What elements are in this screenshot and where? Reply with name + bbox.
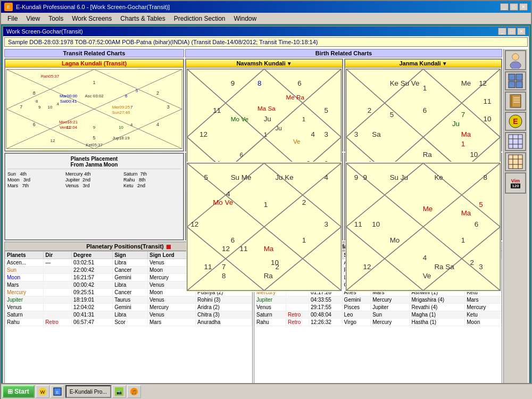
start-button[interactable]: ⊞ Start bbox=[2, 385, 35, 398]
navamsh-transit-dropdown[interactable]: ▼ bbox=[287, 61, 292, 66]
svg-text:1: 1 bbox=[93, 80, 96, 85]
svg-text:9: 9 bbox=[354, 173, 358, 181]
birth-cell-2: 00:48:04 bbox=[309, 311, 342, 319]
transit-cell-3: Libra bbox=[113, 311, 148, 319]
svg-text:2: 2 bbox=[302, 198, 306, 206]
birth-cell-0: Venus bbox=[255, 304, 286, 311]
svg-rect-157 bbox=[510, 95, 512, 107]
menu-view[interactable]: View bbox=[22, 14, 44, 23]
navamsh-birth-box: Navamsh Kundali ▼ bbox=[344, 153, 502, 240]
birth-cell-3: Pisces bbox=[342, 304, 371, 311]
svg-text:Ju: Ju bbox=[452, 120, 460, 128]
grid-button-2[interactable] bbox=[505, 132, 526, 151]
book-icon bbox=[508, 94, 523, 109]
close-button[interactable]: ✕ bbox=[519, 3, 528, 11]
transit-cell-0: Ascen... bbox=[5, 259, 44, 267]
transit-row: RahuRetro06:57:47ScorMarsAnuradha bbox=[5, 319, 252, 326]
transit-cell-0: Jupiter bbox=[5, 296, 44, 304]
transit-cell-2: 00:00:42 bbox=[72, 281, 113, 289]
svg-text:🎵: 🎵 bbox=[131, 389, 137, 395]
app-icon: E bbox=[4, 3, 13, 11]
svg-text:Sun27:46: Sun27:46 bbox=[112, 110, 130, 115]
info-bar: Sample DOB-28:03:1978 TOB-07:52:00AM POB… bbox=[4, 37, 528, 47]
svg-text:Ma Sa: Ma Sa bbox=[257, 105, 276, 112]
taskbar-icon-4[interactable]: 🎵 bbox=[127, 385, 141, 398]
transit-cell-0: Mars bbox=[5, 281, 44, 289]
svg-text:3: 3 bbox=[325, 130, 328, 138]
minimize-button[interactable]: _ bbox=[500, 3, 509, 11]
lagna-chart-area: 1 2 3 4 5 6 7 8 Rah05:37 bbox=[5, 68, 183, 151]
transit-cell-2: 03:02:51 bbox=[72, 259, 113, 267]
grid-button-1[interactable] bbox=[505, 71, 526, 90]
svg-text:Ra Sa: Ra Sa bbox=[434, 263, 454, 271]
svg-point-150 bbox=[512, 54, 519, 60]
vim-button[interactable]: Vim 120 bbox=[505, 172, 526, 194]
birth-cell-4: Mercury bbox=[371, 296, 410, 304]
th-degree: Degree bbox=[72, 252, 113, 259]
moon-kundali-box: Moon Kundali ▼ bbox=[185, 153, 343, 240]
menu-window[interactable]: Window bbox=[230, 14, 261, 23]
transit-cell-1 bbox=[44, 289, 72, 296]
navamsh-transit-title: Navamsh Kundali ▼ bbox=[186, 60, 342, 68]
menu-prediction[interactable]: Prediction Section bbox=[170, 14, 230, 23]
transit-cell-3: Cancer bbox=[113, 289, 148, 296]
pi-rahu: Rahu 8th bbox=[123, 177, 181, 182]
section-headers-row: Transit Related Charts Birth Related Cha… bbox=[4, 49, 502, 57]
menu-chartstables[interactable]: Charts & Tables bbox=[116, 14, 170, 23]
taskbar-icon-1[interactable]: W bbox=[36, 385, 49, 398]
svg-text:Asc 03:02: Asc 03:02 bbox=[85, 94, 103, 98]
svg-text:11: 11 bbox=[204, 263, 212, 271]
birth-cell-1 bbox=[286, 296, 309, 304]
birth-cell-5: Mrigashira (4) bbox=[410, 296, 465, 304]
svg-rect-163 bbox=[509, 135, 522, 148]
main-window: E E-Kundali Professional 6.0 - [Work Scr… bbox=[0, 0, 532, 399]
grid-button-3[interactable] bbox=[505, 152, 526, 171]
birth-cell-5: Magha (1) bbox=[410, 311, 465, 319]
janma-dropdown[interactable]: ▼ bbox=[442, 61, 447, 66]
svg-text:7: 7 bbox=[20, 105, 22, 110]
menu-workscreens[interactable]: Work Screens bbox=[68, 14, 116, 23]
svg-text:Ke: Ke bbox=[434, 173, 443, 181]
e-circle-button[interactable]: E bbox=[505, 112, 526, 131]
svg-text:Su Ju: Su Ju bbox=[390, 173, 408, 181]
title-bar-buttons: _ □ ✕ bbox=[500, 3, 528, 11]
birth-cell-2: 12:26:32 bbox=[309, 319, 342, 326]
menu-file[interactable]: File bbox=[3, 14, 22, 23]
svg-text:8: 8 bbox=[33, 90, 36, 96]
mdi-minimize[interactable]: _ bbox=[498, 28, 506, 35]
transit-cell-4: Mars bbox=[148, 319, 196, 326]
svg-text:3: 3 bbox=[479, 263, 483, 271]
svg-text:Ma: Ma bbox=[461, 209, 471, 217]
svg-rect-152 bbox=[509, 74, 515, 80]
pi-moon: Moon 3rd bbox=[7, 177, 65, 182]
svg-text:Su Me: Su Me bbox=[231, 173, 252, 181]
menu-tools[interactable]: Tools bbox=[44, 14, 68, 23]
book-button[interactable] bbox=[505, 92, 526, 111]
birth-cell-0: Rahu bbox=[255, 319, 286, 326]
svg-text:10: 10 bbox=[484, 115, 492, 123]
svg-text:4: 4 bbox=[57, 102, 60, 106]
transit-cell-0: Mercury bbox=[5, 289, 44, 296]
transit-cell-3: Cancer bbox=[113, 267, 148, 274]
avatar-button[interactable] bbox=[505, 50, 526, 70]
maximize-button[interactable]: □ bbox=[510, 3, 518, 11]
svg-text:5: 5 bbox=[136, 88, 138, 93]
transit-cell-3: Scor bbox=[113, 319, 148, 326]
svg-text:4: 4 bbox=[226, 190, 230, 198]
navamsh-birth-svg: Su Ju 9 Ke 8 5 Ma 6 9 11 bbox=[345, 162, 501, 292]
taskbar-app-item[interactable]: E-Kundali Pro... bbox=[65, 385, 111, 398]
lagna-kundali-title: Lagna Kundali (Transit) bbox=[5, 60, 183, 68]
svg-text:Mer09:25: Mer09:25 bbox=[112, 105, 130, 110]
svg-text:Ma: Ma bbox=[264, 245, 274, 253]
taskbar-icon-3[interactable]: 📷 bbox=[112, 385, 126, 398]
mdi-close[interactable]: ✕ bbox=[517, 28, 526, 35]
mdi-restore[interactable]: □ bbox=[508, 28, 516, 35]
svg-text:2: 2 bbox=[156, 90, 159, 96]
svg-text:3: 3 bbox=[354, 130, 358, 138]
svg-text:4: 4 bbox=[156, 122, 159, 127]
taskbar-icon-2[interactable]: E bbox=[51, 385, 64, 398]
svg-text:E: E bbox=[513, 117, 518, 126]
mdi-window-title: Work Screen-Gochar(Transit) bbox=[6, 28, 83, 35]
svg-text:Sat00:41: Sat00:41 bbox=[60, 99, 77, 104]
svg-text:Rah05:37: Rah05:37 bbox=[41, 74, 59, 79]
